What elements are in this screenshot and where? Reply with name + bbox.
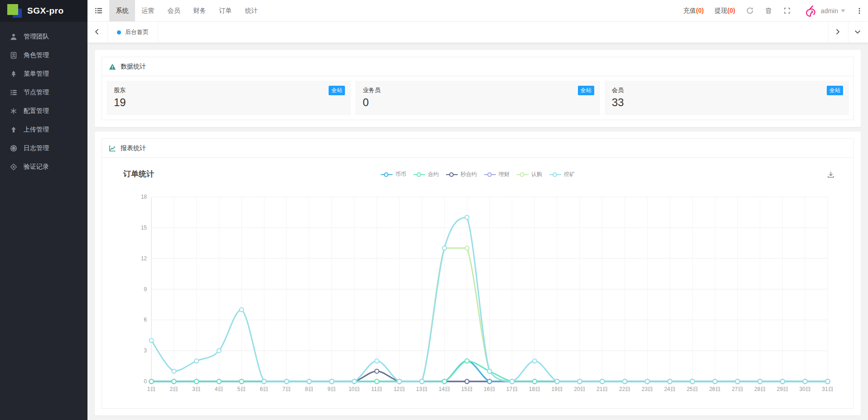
- stat-card-1: 股东19全站: [107, 81, 351, 115]
- topbar-actions: 充值(0) 提现(0) admin: [684, 0, 868, 21]
- svg-text:6日: 6日: [260, 386, 268, 392]
- target-icon: [10, 163, 17, 171]
- report-section-title: 报表统计: [121, 144, 146, 152]
- sidebar-item-7[interactable]: 日志管理: [0, 139, 87, 157]
- chevron-right-icon: [834, 29, 842, 36]
- svg-text:0: 0: [144, 378, 147, 385]
- user-menu[interactable]: admin: [802, 4, 845, 18]
- svg-text:21日: 21日: [596, 386, 608, 392]
- legend-marker: [487, 172, 492, 177]
- report-card: 报表统计 订单统计 币币合约秒合约理财认购挖矿 03691215181日2日3日…: [95, 132, 861, 415]
- withdraw-link[interactable]: 提现(0): [715, 7, 735, 15]
- svg-text:12日: 12日: [393, 386, 405, 392]
- svg-text:7日: 7日: [282, 386, 291, 392]
- user-icon: [10, 33, 17, 40]
- legend-label: 币币: [395, 171, 406, 178]
- line-chart-canvas[interactable]: 03691215181日2日3日4日5日6日7日8日9日10日11日12日13日…: [109, 185, 861, 402]
- svg-text:3日: 3日: [192, 386, 201, 392]
- topnav-tab-5[interactable]: 订单: [213, 0, 238, 21]
- legend-swatch: [446, 172, 458, 177]
- svg-text:16日: 16日: [484, 386, 495, 392]
- sidebar-item-2[interactable]: 角色管理: [0, 46, 87, 64]
- stats-panel: 数据统计 股东19全站业务员0全站会员33全站: [102, 57, 854, 120]
- svg-text:8日: 8日: [305, 386, 314, 392]
- chart-legend: 币币合约秒合约理财认购挖矿: [109, 171, 847, 178]
- topnav-tab-3[interactable]: 会员: [161, 0, 187, 21]
- legend-marker: [520, 172, 524, 177]
- tree-icon: [10, 70, 17, 78]
- svg-text:31日: 31日: [822, 386, 833, 392]
- legend-item-1[interactable]: 币币: [381, 171, 406, 178]
- legend-item-5[interactable]: 认购: [517, 171, 542, 178]
- legend-item-4[interactable]: 理财: [484, 171, 509, 178]
- svg-text:5日: 5日: [238, 386, 246, 392]
- topnav-tab-1[interactable]: 系统: [109, 0, 135, 21]
- legend-swatch: [517, 172, 529, 177]
- legend-item-6[interactable]: 挖矿: [549, 171, 575, 178]
- tab-scroll-left-button[interactable]: [87, 22, 107, 43]
- download-icon[interactable]: [827, 171, 835, 179]
- app-title: SGX-pro: [27, 6, 64, 16]
- legend-swatch: [549, 172, 561, 177]
- report-panel-header: 报表统计: [102, 139, 853, 158]
- tab-scroll-right-button[interactable]: [828, 22, 848, 43]
- legend-label: 理财: [499, 171, 509, 178]
- topnav-tabs: 系统运营会员财务订单统计: [109, 0, 264, 21]
- svg-text:26日: 26日: [709, 386, 721, 392]
- svg-text:4日: 4日: [215, 386, 223, 392]
- recharge-link[interactable]: 充值(0): [684, 7, 704, 15]
- asterisk-icon: [10, 107, 17, 115]
- warning-triangle-icon: [109, 63, 116, 70]
- tab-options-button[interactable]: [848, 22, 868, 43]
- svg-text:27日: 27日: [732, 386, 743, 392]
- fullscreen-icon[interactable]: [783, 7, 791, 15]
- topnav-tab-6[interactable]: 统计: [238, 0, 264, 21]
- sidebar-item-6[interactable]: 上传管理: [0, 120, 87, 139]
- list-icon: [10, 89, 17, 96]
- sidebar-item-label: 验证记录: [24, 163, 49, 171]
- topnav-tab-2[interactable]: 运营: [135, 0, 161, 21]
- recharge-label: 充值: [684, 7, 696, 14]
- svg-text:18日: 18日: [529, 386, 540, 392]
- legend-marker: [384, 172, 388, 177]
- username: admin: [821, 7, 838, 15]
- hamburger-icon: [95, 7, 102, 15]
- more-vertical-icon[interactable]: [856, 7, 863, 15]
- svg-text:3: 3: [144, 347, 147, 354]
- order-chart: 订单统计 币币合约秒合约理财认购挖矿 03691215181日2日3日4日5日6…: [107, 162, 849, 404]
- svg-text:15: 15: [141, 225, 147, 231]
- svg-text:15日: 15日: [461, 386, 473, 392]
- stat-label: 业务员: [363, 86, 592, 94]
- refresh-icon[interactable]: [746, 7, 754, 15]
- withdraw-count: (0): [727, 7, 735, 14]
- legend-swatch: [484, 172, 496, 177]
- stat-badge: 全站: [827, 86, 843, 95]
- svg-text:14日: 14日: [439, 386, 450, 392]
- tab-home-label: 后台首页: [125, 28, 149, 36]
- chart-header: 订单统计 币币合约秒合约理财认购挖矿: [109, 166, 847, 185]
- legend-label: 认购: [531, 171, 542, 178]
- legend-item-3[interactable]: 秒合约: [446, 171, 477, 178]
- sidebar-item-4[interactable]: 节点管理: [0, 83, 87, 102]
- collapse-menu-button[interactable]: [87, 0, 109, 21]
- sidebar-item-5[interactable]: 配置管理: [0, 102, 87, 120]
- sidebar-item-1[interactable]: 管理团队: [0, 27, 87, 46]
- topnav-tab-4[interactable]: 财务: [187, 0, 213, 21]
- svg-text:22日: 22日: [619, 386, 630, 392]
- svg-text:19日: 19日: [552, 386, 563, 392]
- stat-value: 0: [363, 96, 592, 109]
- legend-item-2[interactable]: 合约: [413, 171, 439, 178]
- stats-section-title: 数据统计: [121, 63, 146, 71]
- active-tab-dot: [117, 30, 121, 34]
- tab-home[interactable]: 后台首页: [107, 22, 158, 43]
- report-panel: 报表统计 订单统计 币币合约秒合约理财认购挖矿 03691215181日2日3日…: [102, 138, 854, 409]
- svg-text:24日: 24日: [664, 386, 675, 392]
- chart-line-icon: [109, 145, 116, 152]
- stat-card-3: 会员33全站: [605, 81, 849, 115]
- stats-card: 数据统计 股东19全站业务员0全站会员33全站: [95, 50, 861, 127]
- trash-icon[interactable]: [765, 7, 772, 15]
- sidebar-item-3[interactable]: 菜单管理: [0, 64, 87, 83]
- legend-marker: [449, 172, 454, 177]
- tabbar-spacer: [158, 22, 828, 43]
- sidebar-item-8[interactable]: 验证记录: [0, 157, 87, 176]
